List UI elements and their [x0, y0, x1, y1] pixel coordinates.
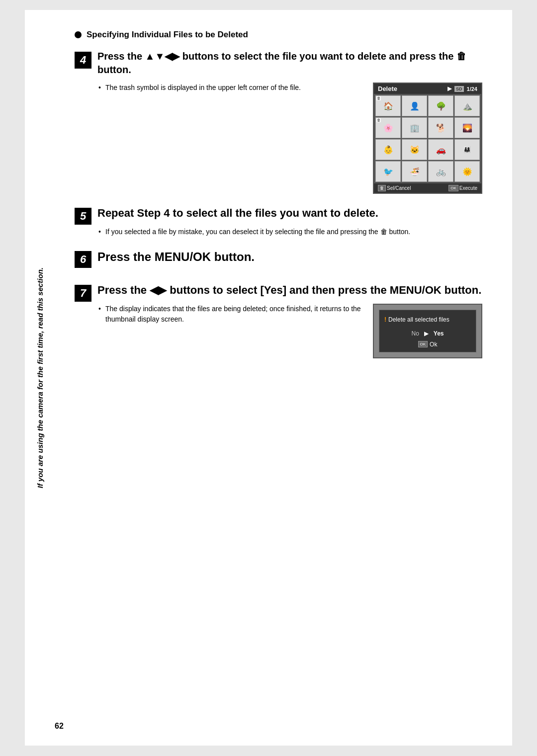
thumb-13: [375, 161, 401, 182]
step-4-content: Press the ▲▼◀▶ buttons to select the fil…: [97, 50, 482, 194]
step-4-number: 4: [75, 52, 91, 69]
bullet-icon: [75, 31, 82, 38]
step-4-bullet: The trash symbol is displayed in the upp…: [97, 83, 363, 93]
main-content: Specifying Individual Files to be Delete…: [75, 30, 482, 358]
sel-cancel-label: Sel/Cancel: [387, 185, 411, 191]
camera-header: Delete ▶ SD 1/24: [374, 84, 481, 94]
confirm-dialog: ! Delete all selected files No ▶ Yes OK …: [379, 310, 476, 352]
thumb-10: [402, 139, 427, 160]
ok-icon: OK: [448, 185, 458, 191]
step-4-title: Press the ▲▼◀▶ buttons to select the fil…: [97, 50, 482, 77]
delete-label: Delete: [378, 85, 397, 92]
thumb-4: [454, 95, 480, 116]
thumb-7: [428, 117, 453, 138]
step-5-title: Repeat Step 4 to select all the files yo…: [97, 206, 482, 221]
trash-btn-icon: 🗑: [378, 185, 386, 191]
page: If you are using the camera for the firs…: [25, 10, 512, 746]
thumb-15: [428, 161, 453, 182]
step-6-title: Press the MENU/OK button.: [97, 249, 482, 265]
camera-header-icons: ▶ SD 1/24: [448, 85, 477, 92]
step-7-title: Press the ◀▶ buttons to select [Yes] and…: [97, 283, 482, 298]
thumb-9: [375, 139, 401, 160]
confirm-title: ! Delete all selected files: [384, 316, 471, 323]
thumb-1: 🗑: [375, 95, 401, 116]
section-heading: Specifying Individual Files to be Delete…: [75, 30, 482, 40]
thumb-5: 🗑: [375, 117, 401, 138]
delete-screen: Delete ▶ SD 1/24 🗑 🗑: [373, 83, 482, 194]
thumb-16: [454, 161, 480, 182]
thumb-12: [454, 139, 480, 160]
sel-cancel-btn: 🗑 Sel/Cancel: [378, 185, 411, 191]
thumb-3: [428, 95, 453, 116]
execute-btn: OK Execute: [448, 185, 477, 191]
thumb-14: [402, 161, 427, 182]
thumb-8: [454, 117, 480, 138]
confirm-ok-row: OK Ok: [384, 341, 471, 348]
exclaim-icon: !: [384, 316, 386, 323]
step-7-content: Press the ◀▶ buttons to select [Yes] and…: [97, 283, 482, 358]
step-4: 4 Press the ▲▼◀▶ buttons to select the f…: [75, 50, 482, 194]
step-7-bullet: The display indicates that the files are…: [97, 304, 363, 325]
confirm-no[interactable]: No: [411, 330, 419, 337]
confirm-arrow-icon: ▶: [424, 330, 429, 337]
step-7-number: 7: [75, 285, 91, 302]
page-indicator: 1/24: [467, 86, 477, 92]
trash-marker-1: 🗑: [376, 96, 381, 100]
step-5: 5 Repeat Step 4 to select all the files …: [75, 206, 482, 237]
step-6-content: Press the MENU/OK button.: [97, 249, 482, 271]
play-icon: ▶: [448, 85, 451, 92]
thumbnail-grid: 🗑 🗑: [374, 94, 481, 183]
step-7: 7 Press the ◀▶ buttons to select [Yes] a…: [75, 283, 482, 358]
confirm-title-text: Delete all selected files: [388, 316, 449, 323]
section-heading-text: Specifying Individual Files to be Delete…: [87, 30, 248, 40]
confirm-yes[interactable]: Yes: [434, 330, 444, 337]
sd-icon: SD: [454, 86, 464, 92]
thumb-6: [402, 117, 427, 138]
step-6: 6 Press the MENU/OK button.: [75, 249, 482, 271]
step-5-number: 5: [75, 208, 91, 225]
thumb-2: [402, 95, 427, 116]
sidebar: If you are using the camera for the firs…: [25, 10, 55, 746]
sidebar-label: If you are using the camera for the firs…: [36, 267, 44, 488]
step-6-number: 6: [75, 251, 91, 268]
ok-label[interactable]: Ok: [430, 341, 437, 348]
thumb-11: [428, 139, 453, 160]
trash-marker-5: 🗑: [376, 118, 381, 122]
ok-button-box: OK: [418, 341, 428, 347]
confirm-screen: ! Delete all selected files No ▶ Yes OK …: [373, 304, 482, 358]
execute-label: Execute: [459, 185, 477, 191]
page-number: 62: [55, 722, 64, 731]
step-5-content: Repeat Step 4 to select all the files yo…: [97, 206, 482, 237]
confirm-options: No ▶ Yes: [384, 330, 471, 337]
camera-footer: 🗑 Sel/Cancel OK Execute: [374, 183, 481, 193]
step-5-bullet: If you selected a file by mistake, you c…: [97, 227, 482, 237]
